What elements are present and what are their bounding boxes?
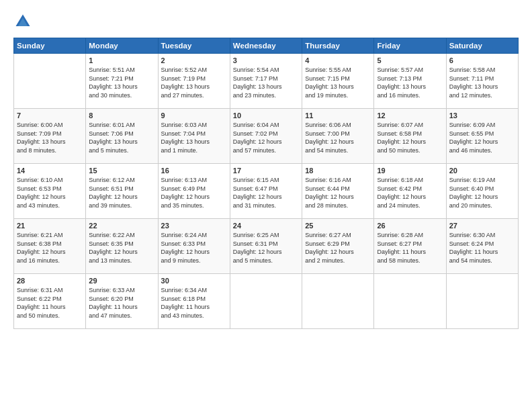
- day-info: Sunrise: 6:16 AMSunset: 6:44 PMDaylight:…: [305, 176, 371, 210]
- day-number: 24: [233, 222, 299, 230]
- day-info: Sunrise: 6:13 AMSunset: 6:49 PMDaylight:…: [161, 176, 227, 210]
- day-number: 9: [161, 111, 227, 120]
- header-cell-saturday: Saturday: [446, 38, 518, 54]
- header-cell-monday: Monday: [86, 38, 158, 54]
- day-info: Sunrise: 5:54 AMSunset: 7:17 PMDaylight:…: [233, 66, 299, 99]
- calendar-cell: 21Sunrise: 6:21 AMSunset: 6:38 PMDayligh…: [14, 219, 86, 274]
- week-row-4: 28Sunrise: 6:31 AMSunset: 6:22 PMDayligh…: [14, 274, 519, 329]
- day-number: 12: [377, 111, 443, 120]
- day-number: 11: [305, 111, 371, 120]
- day-info: Sunrise: 6:01 AMSunset: 7:06 PMDaylight:…: [89, 121, 154, 154]
- day-number: 27: [449, 222, 515, 230]
- calendar-cell: [230, 274, 302, 329]
- page: SundayMondayTuesdayWednesdayThursdayFrid…: [0, 0, 532, 411]
- day-number: 8: [89, 111, 154, 120]
- day-number: 21: [17, 222, 83, 230]
- calendar-cell: [446, 274, 518, 329]
- calendar-cell: 18Sunrise: 6:16 AMSunset: 6:44 PMDayligh…: [302, 164, 374, 219]
- day-number: 7: [17, 111, 83, 120]
- day-number: 25: [305, 222, 371, 230]
- calendar-cell: 6Sunrise: 5:58 AMSunset: 7:11 PMDaylight…: [446, 54, 518, 109]
- header-cell-tuesday: Tuesday: [158, 38, 230, 54]
- header-cell-wednesday: Wednesday: [230, 38, 302, 54]
- day-number: 3: [233, 56, 299, 64]
- day-number: 5: [377, 56, 443, 64]
- calendar-cell: 11Sunrise: 6:06 AMSunset: 7:00 PMDayligh…: [302, 109, 374, 164]
- day-info: Sunrise: 6:19 AMSunset: 6:40 PMDaylight:…: [449, 176, 515, 210]
- day-number: 23: [161, 222, 227, 230]
- header-cell-thursday: Thursday: [302, 38, 374, 54]
- calendar-cell: 17Sunrise: 6:15 AMSunset: 6:47 PMDayligh…: [230, 164, 302, 219]
- day-info: Sunrise: 5:51 AMSunset: 7:21 PMDaylight:…: [89, 66, 154, 99]
- day-info: Sunrise: 6:10 AMSunset: 6:53 PMDaylight:…: [17, 176, 83, 210]
- calendar-cell: 20Sunrise: 6:19 AMSunset: 6:40 PMDayligh…: [446, 164, 518, 219]
- calendar-cell: 26Sunrise: 6:28 AMSunset: 6:27 PMDayligh…: [374, 219, 446, 274]
- calendar-cell: 12Sunrise: 6:07 AMSunset: 6:58 PMDayligh…: [374, 109, 446, 164]
- day-number: 2: [161, 56, 227, 64]
- day-info: Sunrise: 6:22 AMSunset: 6:35 PMDaylight:…: [89, 231, 154, 265]
- logo-icon: [13, 12, 32, 31]
- calendar-cell: 29Sunrise: 6:33 AMSunset: 6:20 PMDayligh…: [86, 274, 158, 329]
- calendar-cell: 15Sunrise: 6:12 AMSunset: 6:51 PMDayligh…: [86, 164, 158, 219]
- calendar-cell: 19Sunrise: 6:18 AMSunset: 6:42 PMDayligh…: [374, 164, 446, 219]
- week-row-1: 7Sunrise: 6:00 AMSunset: 7:09 PMDaylight…: [14, 109, 519, 164]
- day-info: Sunrise: 6:00 AMSunset: 7:09 PMDaylight:…: [17, 121, 83, 154]
- day-info: Sunrise: 6:15 AMSunset: 6:47 PMDaylight:…: [233, 176, 299, 210]
- day-info: Sunrise: 6:24 AMSunset: 6:33 PMDaylight:…: [161, 231, 227, 265]
- day-number: 29: [89, 277, 154, 285]
- calendar-cell: 25Sunrise: 6:27 AMSunset: 6:29 PMDayligh…: [302, 219, 374, 274]
- day-info: Sunrise: 6:12 AMSunset: 6:51 PMDaylight:…: [89, 176, 154, 210]
- week-row-0: 1Sunrise: 5:51 AMSunset: 7:21 PMDaylight…: [14, 54, 519, 109]
- day-number: 14: [17, 167, 83, 175]
- day-number: 15: [89, 167, 154, 175]
- day-info: Sunrise: 6:31 AMSunset: 6:22 PMDaylight:…: [17, 286, 83, 320]
- calendar-cell: 10Sunrise: 6:04 AMSunset: 7:02 PMDayligh…: [230, 109, 302, 164]
- calendar-cell: 27Sunrise: 6:30 AMSunset: 6:24 PMDayligh…: [446, 219, 518, 274]
- day-number: 17: [233, 167, 299, 175]
- day-info: Sunrise: 6:06 AMSunset: 7:00 PMDaylight:…: [305, 121, 371, 154]
- header-cell-friday: Friday: [374, 38, 446, 54]
- calendar-cell: 5Sunrise: 5:57 AMSunset: 7:13 PMDaylight…: [374, 54, 446, 109]
- day-info: Sunrise: 6:30 AMSunset: 6:24 PMDaylight:…: [449, 231, 515, 265]
- day-info: Sunrise: 6:18 AMSunset: 6:42 PMDaylight:…: [377, 176, 443, 210]
- day-info: Sunrise: 5:57 AMSunset: 7:13 PMDaylight:…: [377, 66, 443, 99]
- day-number: 1: [89, 56, 154, 64]
- header: [13, 12, 519, 31]
- day-info: Sunrise: 6:27 AMSunset: 6:29 PMDaylight:…: [305, 231, 371, 265]
- day-number: 6: [449, 56, 515, 64]
- day-number: 18: [305, 167, 371, 175]
- day-info: Sunrise: 6:07 AMSunset: 6:58 PMDaylight:…: [377, 121, 443, 154]
- day-info: Sunrise: 6:33 AMSunset: 6:20 PMDaylight:…: [89, 286, 154, 320]
- day-info: Sunrise: 6:21 AMSunset: 6:38 PMDaylight:…: [17, 231, 83, 265]
- day-number: 22: [89, 222, 154, 230]
- calendar-table: SundayMondayTuesdayWednesdayThursdayFrid…: [13, 38, 519, 329]
- day-number: 10: [233, 111, 299, 120]
- day-info: Sunrise: 6:09 AMSunset: 6:55 PMDaylight:…: [449, 121, 515, 154]
- week-row-3: 21Sunrise: 6:21 AMSunset: 6:38 PMDayligh…: [14, 219, 519, 274]
- calendar-cell: 3Sunrise: 5:54 AMSunset: 7:17 PMDaylight…: [230, 54, 302, 109]
- day-number: 20: [449, 167, 515, 175]
- week-row-2: 14Sunrise: 6:10 AMSunset: 6:53 PMDayligh…: [14, 164, 519, 219]
- day-number: 26: [377, 222, 443, 230]
- calendar-cell: 7Sunrise: 6:00 AMSunset: 7:09 PMDaylight…: [14, 109, 86, 164]
- day-number: 28: [17, 277, 83, 285]
- calendar-cell: 2Sunrise: 5:52 AMSunset: 7:19 PMDaylight…: [158, 54, 230, 109]
- calendar-cell: 24Sunrise: 6:25 AMSunset: 6:31 PMDayligh…: [230, 219, 302, 274]
- calendar-cell: 4Sunrise: 5:55 AMSunset: 7:15 PMDaylight…: [302, 54, 374, 109]
- calendar-body: 1Sunrise: 5:51 AMSunset: 7:21 PMDaylight…: [14, 54, 519, 329]
- logo: [13, 12, 35, 31]
- calendar-cell: 28Sunrise: 6:31 AMSunset: 6:22 PMDayligh…: [14, 274, 86, 329]
- day-info: Sunrise: 6:04 AMSunset: 7:02 PMDaylight:…: [233, 121, 299, 154]
- day-info: Sunrise: 6:34 AMSunset: 6:18 PMDaylight:…: [161, 286, 227, 320]
- calendar-cell: [374, 274, 446, 329]
- calendar-header: SundayMondayTuesdayWednesdayThursdayFrid…: [14, 38, 519, 54]
- calendar-cell: 16Sunrise: 6:13 AMSunset: 6:49 PMDayligh…: [158, 164, 230, 219]
- calendar-cell: 13Sunrise: 6:09 AMSunset: 6:55 PMDayligh…: [446, 109, 518, 164]
- day-info: Sunrise: 6:03 AMSunset: 7:04 PMDaylight:…: [161, 121, 227, 154]
- day-info: Sunrise: 5:58 AMSunset: 7:11 PMDaylight:…: [449, 66, 515, 99]
- calendar-cell: 9Sunrise: 6:03 AMSunset: 7:04 PMDaylight…: [158, 109, 230, 164]
- calendar-cell: 14Sunrise: 6:10 AMSunset: 6:53 PMDayligh…: [14, 164, 86, 219]
- day-number: 19: [377, 167, 443, 175]
- calendar-cell: [14, 54, 86, 109]
- day-number: 13: [449, 111, 515, 120]
